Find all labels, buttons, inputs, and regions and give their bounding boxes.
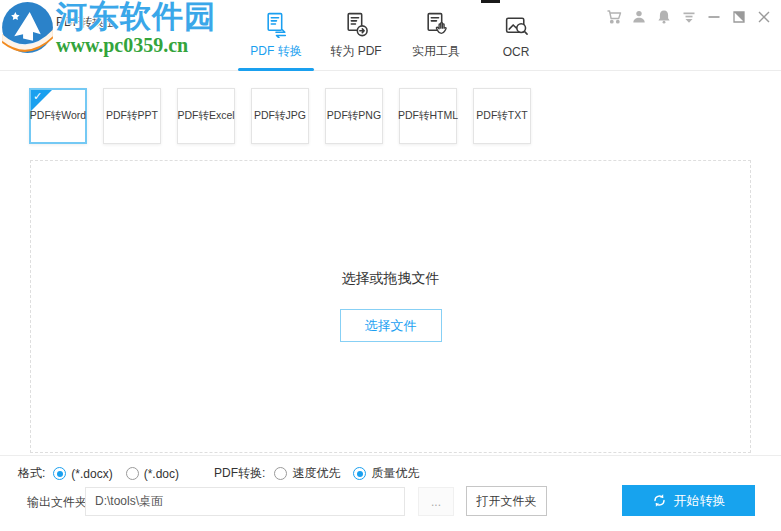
bell-icon[interactable] bbox=[656, 9, 672, 25]
radio-label: (*.docx) bbox=[71, 467, 112, 481]
window-controls bbox=[606, 9, 772, 25]
window-title: PDF转换王 bbox=[56, 14, 116, 31]
radio-speed-priority[interactable]: 速度优先 bbox=[274, 465, 340, 482]
top-nav: PDF 转换 转为 PDF 实用工具 bbox=[236, 0, 556, 71]
file-drop-zone[interactable]: 选择或拖拽文件 选择文件 bbox=[30, 160, 751, 453]
options-row: 格式: (*.docx) (*.doc) PDF转换: 速度优先 质量优先 bbox=[18, 465, 432, 482]
watermark-site-url: www.pc0359.cn bbox=[56, 34, 216, 56]
drop-hint-text: 选择或拖拽文件 bbox=[31, 270, 750, 288]
tab-label: PDF转PNG bbox=[327, 109, 381, 123]
pdf-convert-icon bbox=[263, 11, 290, 38]
open-folder-button[interactable]: 打开文件夹 bbox=[466, 486, 547, 516]
watermark-logo-icon bbox=[1, 1, 54, 54]
tab-pdf-to-word[interactable]: PDF转Word bbox=[29, 88, 87, 144]
browse-folder-button[interactable]: ... bbox=[418, 487, 454, 516]
tab-pdf-to-txt[interactable]: PDF转TXT bbox=[473, 88, 531, 144]
nav-label: OCR bbox=[503, 45, 530, 59]
nav-pdf-convert[interactable]: PDF 转换 bbox=[236, 0, 316, 71]
tab-pdf-to-jpg[interactable]: PDF转JPG bbox=[251, 88, 309, 144]
user-icon[interactable] bbox=[631, 9, 647, 25]
radio-quality-priority[interactable]: 质量优先 bbox=[353, 465, 419, 482]
to-pdf-icon bbox=[343, 11, 370, 38]
convert-refresh-icon bbox=[652, 493, 667, 508]
radio-icon bbox=[53, 467, 66, 480]
minimize-icon[interactable] bbox=[706, 9, 722, 25]
nav-to-pdf[interactable]: 转为 PDF bbox=[316, 0, 396, 71]
screen-artifact-dash bbox=[481, 0, 500, 3]
start-convert-button[interactable]: 开始转换 bbox=[622, 485, 755, 516]
radio-icon bbox=[274, 467, 287, 480]
conversion-tabs: PDF转Word PDF转PPT PDF转Excel PDF转JPG PDF转P… bbox=[29, 88, 531, 144]
radio-icon bbox=[126, 467, 139, 480]
nav-label: 转为 PDF bbox=[330, 43, 381, 60]
output-folder-label: 输出文件夹: bbox=[27, 488, 90, 516]
tab-pdf-to-excel[interactable]: PDF转Excel bbox=[177, 88, 235, 144]
title-bar: PDF转换王 河东软件园 www.pc0359.cn PD bbox=[0, 0, 781, 71]
tab-label: PDF转HTML bbox=[398, 109, 458, 123]
close-icon[interactable] bbox=[756, 9, 772, 25]
cart-icon[interactable] bbox=[606, 9, 622, 25]
utilities-hand-icon bbox=[423, 11, 450, 38]
tab-label: PDF转JPG bbox=[254, 109, 306, 123]
radio-icon bbox=[353, 467, 366, 480]
radio-docx[interactable]: (*.docx) bbox=[53, 467, 112, 481]
ocr-icon bbox=[503, 13, 530, 40]
format-label: 格式: bbox=[18, 465, 45, 482]
start-convert-label: 开始转换 bbox=[674, 492, 726, 510]
tab-pdf-to-html[interactable]: PDF转HTML bbox=[399, 88, 457, 144]
nav-utilities[interactable]: 实用工具 bbox=[396, 0, 476, 71]
nav-label: PDF 转换 bbox=[250, 43, 301, 60]
tab-pdf-to-png[interactable]: PDF转PNG bbox=[325, 88, 383, 144]
radio-label: (*.doc) bbox=[144, 467, 179, 481]
selected-check-icon bbox=[31, 90, 52, 111]
output-folder-input[interactable] bbox=[85, 487, 405, 516]
tab-label: PDF转Excel bbox=[177, 109, 234, 123]
radio-doc[interactable]: (*.doc) bbox=[126, 467, 179, 481]
menu-icon[interactable] bbox=[681, 9, 697, 25]
maximize-icon[interactable] bbox=[731, 9, 747, 25]
footer: 格式: (*.docx) (*.doc) PDF转换: 速度优先 质量优先 输出… bbox=[0, 455, 781, 531]
tab-label: PDF转TXT bbox=[476, 109, 527, 123]
tab-label: PDF转PPT bbox=[106, 109, 158, 123]
tab-label: PDF转Word bbox=[30, 109, 86, 123]
choose-file-button[interactable]: 选择文件 bbox=[340, 309, 442, 342]
radio-label: 质量优先 bbox=[371, 465, 419, 482]
radio-label: 速度优先 bbox=[292, 465, 340, 482]
nav-label: 实用工具 bbox=[412, 43, 460, 60]
nav-ocr[interactable]: OCR bbox=[476, 0, 556, 71]
tab-pdf-to-ppt[interactable]: PDF转PPT bbox=[103, 88, 161, 144]
convert-mode-label: PDF转换: bbox=[214, 465, 265, 482]
